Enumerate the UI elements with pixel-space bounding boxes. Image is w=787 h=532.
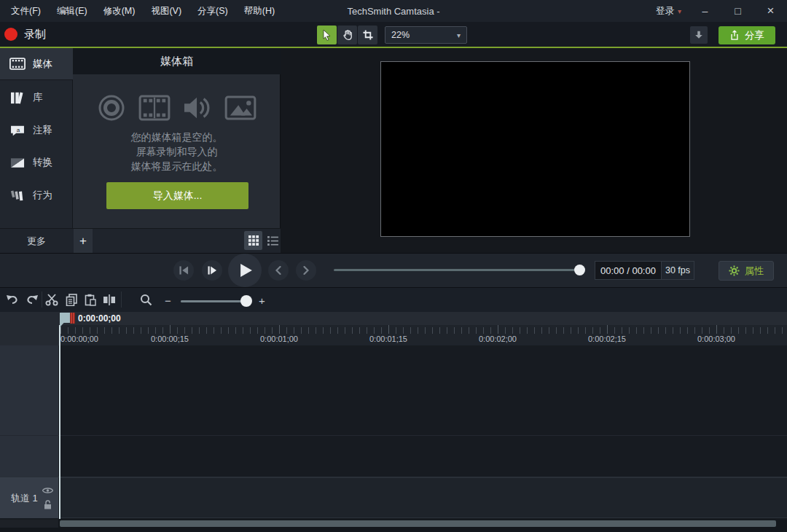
timeline-zoom-out-button[interactable]: − (165, 294, 171, 307)
scrubber-thumb[interactable] (574, 265, 585, 275)
svg-text:a: a (17, 126, 20, 133)
pan-tool-button[interactable] (337, 26, 357, 44)
menu-modify[interactable]: 修改(M) (95, 0, 144, 22)
sidebar-item-annotations[interactable]: a 注释 (0, 114, 73, 146)
playhead-line[interactable] (59, 325, 60, 519)
media-icon (9, 58, 26, 70)
timeline-zoom-icon-button[interactable] (138, 292, 154, 308)
cut-button[interactable] (44, 292, 60, 308)
crop-tool-button[interactable] (358, 26, 377, 44)
titlebar-right: 登录 ▾ – □ × (649, 0, 787, 22)
timeline-scrollbar-thumb[interactable] (60, 520, 776, 527)
cursor-tool-button[interactable] (317, 26, 337, 44)
menu-help[interactable]: 帮助(H) (236, 0, 283, 22)
hand-icon (342, 29, 353, 41)
import-media-button[interactable]: 导入媒体... (106, 182, 248, 209)
properties-button[interactable]: 属性 (719, 261, 774, 281)
list-view-icon (267, 236, 278, 246)
track-visibility-icon[interactable] (42, 487, 53, 494)
share-icon (729, 30, 740, 41)
minimize-button[interactable]: – (689, 0, 721, 22)
login-caret-icon: ▾ (678, 7, 681, 15)
title-bar: 文件(F) 编辑(E) 修改(M) 视图(V) 分享(S) 帮助(H) Tech… (0, 0, 787, 22)
grid-view-button[interactable] (244, 231, 262, 250)
scrollbar-corner (0, 520, 58, 528)
track-1-body[interactable] (60, 477, 787, 518)
chevron-down-icon: ▾ (457, 31, 461, 39)
menu-share[interactable]: 分享(S) (189, 0, 236, 22)
ruler-label: 0:00:02;15 (588, 335, 626, 343)
share-button[interactable]: 分享 (719, 26, 775, 44)
canvas-zoom-dropdown[interactable]: 22% ▾ (385, 26, 467, 44)
menu-bar: 文件(F) 编辑(E) 修改(M) 视图(V) 分享(S) 帮助(H) (3, 0, 283, 22)
ruler-label: 0:00:01;15 (369, 335, 407, 343)
step-forward-icon (208, 266, 217, 275)
timeline-zoom-in-button[interactable]: + (259, 294, 265, 307)
list-view-button[interactable] (264, 231, 282, 250)
play-button[interactable] (228, 254, 262, 287)
empty-text-line: 屏幕录制和导入的 (73, 144, 281, 159)
camtasia-window: 文件(F) 编辑(E) 修改(M) 视图(V) 分享(S) 帮助(H) Tech… (0, 0, 787, 532)
sidebar-item-library[interactable]: 库 (0, 82, 73, 114)
empty-text-line: 您的媒体箱是空的。 (73, 130, 281, 144)
copy-button[interactable] (63, 292, 79, 308)
download-button[interactable] (690, 26, 708, 44)
play-icon (240, 264, 252, 277)
toolbar-separator (121, 292, 122, 308)
media-bin-title: 媒体箱 (73, 48, 281, 74)
paste-icon (85, 294, 96, 306)
jump-back-button[interactable] (268, 260, 289, 281)
previous-frame-button[interactable] (173, 260, 194, 281)
ruler-ticks[interactable] (60, 325, 787, 334)
sidebar-item-behaviors[interactable]: 行为 (0, 179, 73, 211)
menu-edit[interactable]: 编辑(E) (49, 0, 95, 22)
maximize-button[interactable]: □ (721, 0, 754, 22)
step-forward-button[interactable] (202, 260, 222, 281)
major-ticks (60, 325, 787, 334)
tool-sidebar: 媒体 库 a 注释 转换 行为 (0, 48, 73, 253)
canvas-tools (317, 26, 377, 44)
time-display: 00:00 / 00:00 30 fps (595, 261, 694, 280)
sidebar-more-button[interactable]: 更多 (0, 228, 73, 253)
properties-label: 属性 (745, 265, 764, 278)
playhead-row[interactable] (60, 312, 787, 325)
toolbar-separator (42, 292, 42, 308)
media-bin-empty-text: 您的媒体箱是空的。 屏幕录制和导入的 媒体将显示在此处。 (73, 130, 281, 173)
timeline-divider (0, 435, 787, 436)
preview-canvas[interactable] (380, 61, 690, 237)
paste-button[interactable] (82, 292, 98, 308)
jump-forward-button[interactable] (296, 260, 316, 281)
record-button[interactable]: 录制 (4, 24, 46, 44)
redo-button[interactable] (24, 292, 40, 308)
playhead-handle[interactable] (70, 313, 75, 324)
ruler-label: 0:00:00;15 (151, 335, 189, 343)
split-button[interactable] (101, 292, 117, 308)
login-button[interactable]: 登录 ▾ (649, 0, 689, 22)
behavior-icon (9, 189, 26, 202)
scrubber-track[interactable] (334, 269, 582, 271)
menu-view[interactable]: 视图(V) (143, 0, 189, 22)
sidebar-item-label: 转换 (33, 156, 52, 169)
chevron-right-icon (303, 266, 309, 275)
ruler-label: 0:00:00;00 (60, 335, 98, 343)
add-media-button[interactable]: + (74, 229, 93, 253)
media-bin-empty-icons (73, 93, 281, 122)
sidebar-item-media[interactable]: 媒体 (0, 48, 73, 80)
sidebar-item-transitions[interactable]: 转换 (0, 146, 73, 179)
timeline-zoom-slider-track[interactable] (181, 300, 249, 302)
menu-file[interactable]: 文件(F) (3, 0, 49, 22)
record-icon (4, 28, 17, 41)
timeline-zoom-slider-fill (181, 300, 243, 302)
timeline-header-column (0, 345, 58, 477)
undo-button[interactable] (4, 292, 20, 308)
track-lock-icon[interactable] (44, 500, 52, 509)
track-1-header[interactable]: 轨道 1 (0, 477, 58, 518)
split-icon (103, 294, 116, 305)
previous-frame-icon (179, 266, 189, 275)
timeline-zoom-slider-thumb[interactable] (240, 295, 252, 307)
undo-icon (6, 294, 19, 305)
copy-icon (66, 294, 77, 306)
close-button[interactable]: × (754, 0, 787, 22)
ruler-labels[interactable]: 0:00:00;00 0:00:00;15 0:00:01;00 0:00:01… (60, 334, 787, 345)
sidebar-item-label: 行为 (33, 189, 52, 202)
